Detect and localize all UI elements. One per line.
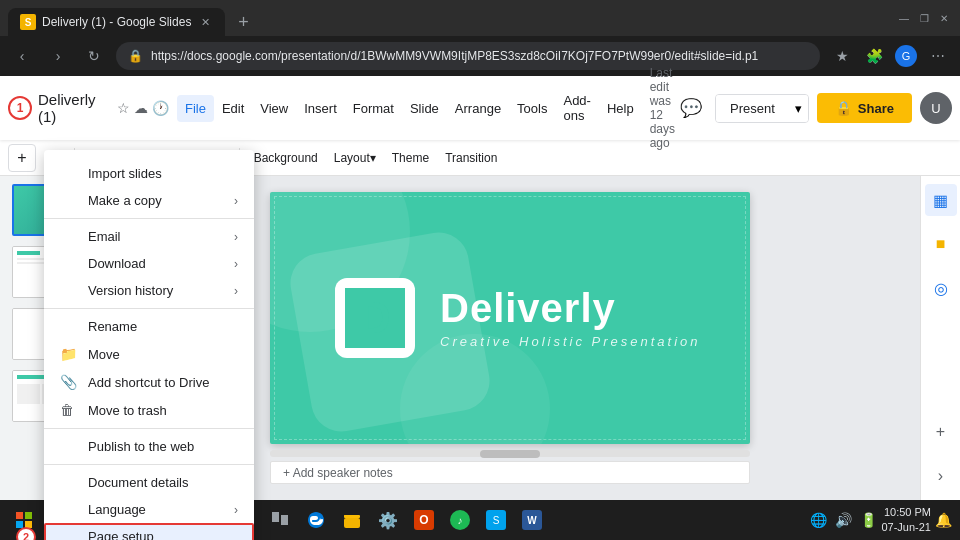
- speaker-notes-bar[interactable]: + Add speaker notes: [270, 461, 750, 484]
- menu-addons[interactable]: Add-ons: [555, 87, 598, 129]
- menu-view[interactable]: View: [252, 95, 296, 122]
- menu-item-download[interactable]: Download ›: [44, 250, 254, 277]
- word-icon[interactable]: W: [516, 506, 548, 534]
- present-btn-group: Present ▾: [715, 94, 809, 123]
- shortcut-icon: 📎: [60, 374, 80, 390]
- menu-section-1: Import slides Make a copy ›: [44, 156, 254, 219]
- notifications-icon[interactable]: 🔔: [935, 512, 952, 528]
- menu-item-move-trash[interactable]: 🗑 Move to trash: [44, 396, 254, 424]
- forward-button[interactable]: ›: [44, 42, 72, 70]
- slide-text-area: Deliverly Creative Holistic Presentation: [440, 288, 701, 349]
- menu-item-publish[interactable]: Publish to the web: [44, 433, 254, 460]
- add-slide-button[interactable]: +: [8, 144, 36, 172]
- arrow-icon: ›: [234, 284, 238, 298]
- cloud-icon: ☁: [134, 100, 148, 116]
- menu-tools[interactable]: Tools: [509, 95, 555, 122]
- horizontal-scrollbar[interactable]: [270, 450, 750, 457]
- spotify-icon[interactable]: ♪: [444, 506, 476, 534]
- collapse-panel-btn[interactable]: ›: [925, 460, 957, 492]
- menu-item-doc-details[interactable]: Document details: [44, 469, 254, 496]
- arrow-icon: ›: [234, 230, 238, 244]
- slide-canvas: D Deliverly Creative Holistic Presentati…: [270, 192, 750, 444]
- menu-item-language[interactable]: Language ›: [44, 496, 254, 523]
- file-explorer-icon[interactable]: [336, 506, 368, 534]
- close-button[interactable]: ✕: [936, 10, 952, 26]
- tab-title: Deliverly (1) - Google Slides: [42, 15, 191, 29]
- browser-titlebar: S Deliverly (1) - Google Slides ✕ + — ❐ …: [0, 0, 960, 36]
- back-button[interactable]: ‹: [8, 42, 36, 70]
- menu-format[interactable]: Format: [345, 95, 402, 122]
- blue-panel-btn[interactable]: ◎: [925, 272, 957, 304]
- history-icon: 🕐: [152, 100, 169, 116]
- network-icon[interactable]: 🌐: [810, 512, 827, 528]
- menu-item-version-history[interactable]: Version history ›: [44, 277, 254, 304]
- minimize-button[interactable]: —: [896, 10, 912, 26]
- slide-subtitle: Creative Holistic Presentation: [440, 334, 701, 349]
- slide-logo-area: D Deliverly Creative Holistic Presentati…: [330, 273, 701, 363]
- profile-icon[interactable]: G: [892, 42, 920, 70]
- lock-icon: 🔒: [128, 49, 143, 63]
- app-title: Deliverly (1): [38, 91, 111, 125]
- office-icon[interactable]: O: [408, 506, 440, 534]
- address-text: https://docs.google.com/presentation/d/1…: [151, 49, 758, 63]
- tab-area: S Deliverly (1) - Google Slides ✕ +: [8, 0, 888, 36]
- share-button[interactable]: 🔒 Share: [817, 93, 912, 123]
- last-edit: Last edit was 12 days ago: [650, 66, 675, 150]
- present-button[interactable]: Present: [716, 95, 789, 122]
- volume-icon[interactable]: 🔊: [835, 512, 852, 528]
- logo-letter: D: [345, 288, 405, 348]
- browser-actions: ★ 🧩 G ⋯: [828, 42, 952, 70]
- logo-container: D: [330, 273, 420, 363]
- tab-favicon: S: [20, 14, 36, 30]
- edge-icon[interactable]: [300, 506, 332, 534]
- menu-item-rename[interactable]: Rename: [44, 313, 254, 340]
- reload-button[interactable]: ↻: [80, 42, 108, 70]
- menu-item-make-copy[interactable]: Make a copy ›: [44, 187, 254, 214]
- battery-icon: 🔋: [860, 512, 877, 528]
- move-icon: 📁: [60, 346, 80, 362]
- slideshow-panel-btn[interactable]: ▦: [925, 184, 957, 216]
- user-avatar[interactable]: U: [920, 92, 952, 124]
- star-icon[interactable]: ☆: [117, 100, 130, 116]
- arrow-icon: ›: [234, 257, 238, 271]
- favorites-icon[interactable]: ★: [828, 42, 856, 70]
- taskbar-right: 🌐 🔊 🔋 10:50 PM 07-Jun-21 🔔: [810, 505, 952, 536]
- menu-help[interactable]: Help: [599, 95, 642, 122]
- svg-rect-0: [16, 512, 23, 519]
- step1-badge: 1: [8, 96, 32, 120]
- menu-edit[interactable]: Edit: [214, 95, 252, 122]
- menu-item-email[interactable]: Email ›: [44, 223, 254, 250]
- extensions-icon[interactable]: 🧩: [860, 42, 888, 70]
- menu-section-4: Publish to the web: [44, 429, 254, 465]
- yellow-panel-btn[interactable]: ■: [925, 228, 957, 260]
- comment-icon[interactable]: 💬: [675, 92, 707, 124]
- system-clock[interactable]: 10:50 PM 07-Jun-21: [881, 505, 931, 536]
- present-dropdown-button[interactable]: ▾: [789, 95, 808, 122]
- tab-close-button[interactable]: ✕: [197, 14, 213, 30]
- maximize-button[interactable]: ❐: [916, 10, 932, 26]
- scroll-thumb[interactable]: [480, 450, 540, 458]
- menu-slide[interactable]: Slide: [402, 95, 447, 122]
- expand-panel-btn[interactable]: +: [925, 416, 957, 448]
- right-panel: ▦ ■ ◎ + ›: [920, 176, 960, 500]
- new-tab-button[interactable]: +: [229, 8, 257, 36]
- more-icon[interactable]: ⋯: [924, 42, 952, 70]
- system-tray: 🌐 🔊 🔋: [810, 512, 877, 528]
- taskbar-icons: ⚙️ O ♪ S W: [264, 506, 548, 534]
- arrow-icon: ›: [234, 503, 238, 517]
- menu-item-page-setup[interactable]: 2 Page setup: [44, 523, 254, 540]
- menu-item-import-slides[interactable]: Import slides: [44, 160, 254, 187]
- settings-icon[interactable]: ⚙️: [372, 506, 404, 534]
- menu-item-move[interactable]: 📁 Move: [44, 340, 254, 368]
- menu-arrange[interactable]: Arrange: [447, 95, 509, 122]
- svg-rect-7: [344, 518, 360, 528]
- menu-file[interactable]: File: [177, 95, 214, 122]
- app-icon-6[interactable]: S: [480, 506, 512, 534]
- active-tab[interactable]: S Deliverly (1) - Google Slides ✕: [8, 8, 225, 36]
- menu-insert[interactable]: Insert: [296, 95, 345, 122]
- task-view-icon[interactable]: [264, 506, 296, 534]
- menu-item-add-shortcut[interactable]: 📎 Add shortcut to Drive: [44, 368, 254, 396]
- svg-rect-4: [272, 512, 279, 522]
- menu-section-2: Email › Download › Version history ›: [44, 219, 254, 309]
- header-right: 💬 Present ▾ 🔒 Share U: [675, 92, 952, 124]
